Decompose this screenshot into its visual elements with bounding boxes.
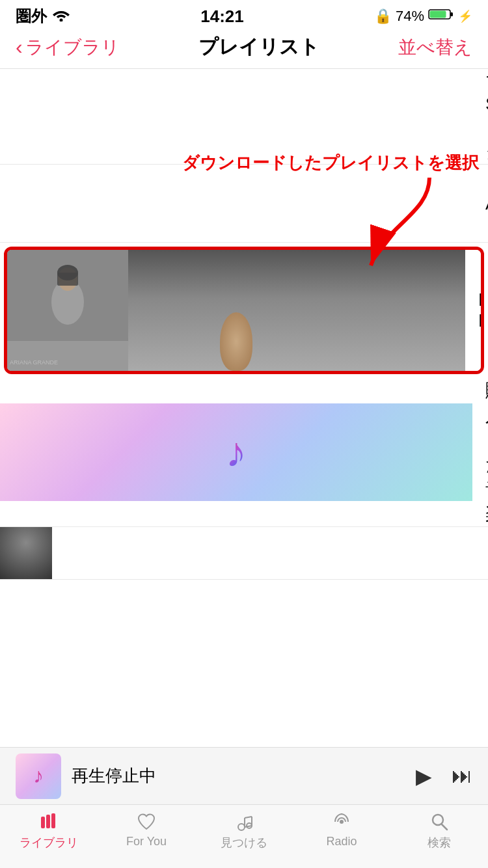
svg-rect-10 <box>57 273 78 286</box>
svg-rect-16 <box>51 813 55 828</box>
now-playing-status: 再生停止中 <box>72 765 405 787</box>
status-bar: 圏外 14:21 🔒 74% ⚡ <box>0 0 488 29</box>
playlist-name-shazam: マイ Shazam トラック <box>485 69 488 164</box>
tab-library-label: ライブラリ <box>20 835 78 850</box>
back-chevron-icon: ‹ <box>16 35 23 59</box>
back-button[interactable]: ‹ ライブラリ <box>16 35 120 60</box>
battery-percent: 74% <box>396 8 424 25</box>
svg-line-25 <box>442 824 447 830</box>
svg-rect-15 <box>46 815 50 828</box>
now-playing-thumb: ♪ <box>16 753 61 799</box>
page-title: プレイリスト <box>198 34 319 61</box>
svg-point-13 <box>18 539 34 554</box>
tab-search-label: 検索 <box>427 835 451 850</box>
carrier-wifi: 圏外 <box>16 6 70 27</box>
svg-rect-3 <box>429 11 446 18</box>
sort-button[interactable]: 並べ替え <box>398 35 472 60</box>
playlist-name-purchased: 購入した音楽 <box>485 378 488 526</box>
svg-point-24 <box>433 815 443 825</box>
radio-icon <box>331 811 352 832</box>
svg-rect-14 <box>41 817 45 828</box>
svg-line-20 <box>245 817 252 818</box>
now-playing-bar[interactable]: ♪ 再生停止中 ▶ ⏭ <box>0 747 488 804</box>
svg-rect-2 <box>450 12 453 16</box>
charging-icon: ⚡ <box>458 9 472 23</box>
tab-bar: ライブラリ For You 見つける Radio <box>0 804 488 868</box>
tab-radio[interactable]: Radio <box>293 811 390 848</box>
status-right: 🔒 74% ⚡ <box>374 8 472 25</box>
svg-rect-11 <box>0 527 52 579</box>
heart-icon <box>136 811 157 832</box>
music-note-icon: ♪ <box>226 428 247 476</box>
playlist-name-marvel: A <box>485 193 488 214</box>
tab-radio-label: Radio <box>326 835 357 848</box>
playlist-item-marvel[interactable]: ORIGINAL MOTION PICTURE SOUNDTRACK CAPTA… <box>0 165 488 243</box>
highlighted-border: ARIANA GRANDE My Fvotire › <box>4 247 484 374</box>
playlist-item-ariana[interactable]: ARIANA GRANDE My Fvotire › <box>7 250 481 371</box>
playlist-thumb-purchased: ♪ <box>0 403 472 501</box>
svg-point-12 <box>13 534 39 560</box>
playlist-name-ariana: My Fvotire <box>478 290 484 331</box>
svg-point-17 <box>238 824 245 830</box>
tab-browse[interactable]: 見つける <box>195 811 293 850</box>
skip-button[interactable]: ⏭ <box>452 764 472 788</box>
playlist-item-partial[interactable] <box>0 527 488 580</box>
library-icon <box>38 811 59 832</box>
svg-point-23 <box>340 820 344 824</box>
nav-bar: ‹ ライブラリ プレイリスト 並べ替え <box>0 29 488 69</box>
playlist-thumb-partial <box>0 527 52 579</box>
browse-music-icon <box>234 811 254 832</box>
wifi-icon <box>52 7 70 25</box>
play-button[interactable]: ▶ <box>416 764 432 789</box>
tab-library[interactable]: ライブラリ <box>0 811 98 850</box>
battery-icon <box>428 8 454 25</box>
svg-line-19 <box>245 826 252 827</box>
status-time: 14:21 <box>200 7 244 27</box>
now-playing-music-note-icon: ♪ <box>33 764 44 788</box>
tab-search[interactable]: 検索 <box>390 811 488 850</box>
search-icon <box>429 811 450 832</box>
playlist-item-purchased[interactable]: ♪ 購入した音楽 › <box>0 378 488 527</box>
carrier-text: 圏外 <box>16 6 47 27</box>
svg-rect-6 <box>7 341 128 371</box>
back-label: ライブラリ <box>25 35 120 60</box>
playlist-item-shazam[interactable]: マイ Shazam トラック › <box>0 69 488 165</box>
tab-foryou-label: For You <box>126 835 167 848</box>
playlist-thumb-ariana: ARIANA GRANDE <box>7 250 465 371</box>
tab-browse-label: 見つける <box>221 835 267 850</box>
lock-icon: 🔒 <box>374 8 392 25</box>
now-playing-controls: ▶ ⏭ <box>416 764 472 789</box>
svg-point-0 <box>60 19 63 22</box>
tab-foryou[interactable]: For You <box>98 811 195 848</box>
playlist-list: マイ Shazam トラック › ダウンロードしたプレイリストを選択 ORIGI… <box>0 69 488 580</box>
